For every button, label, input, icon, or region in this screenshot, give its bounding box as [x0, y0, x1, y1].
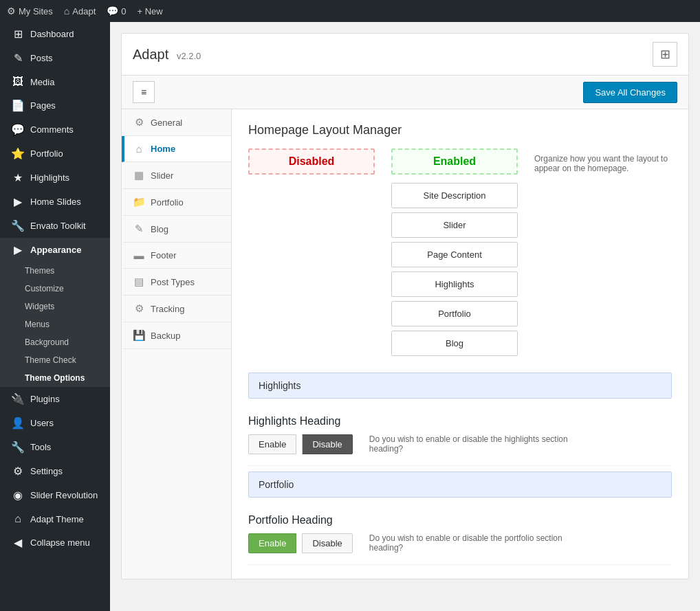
admin-bar-mysites[interactable]: ⚙ My Sites — [7, 5, 53, 16]
envato-icon: 🔧 — [11, 219, 25, 232]
layout-item-portfolio[interactable]: Portfolio — [391, 301, 518, 326]
toolbar-menu-icon[interactable]: ≡ — [133, 81, 155, 103]
wp-icon: ⚙ — [7, 5, 16, 16]
layout-manager: Disabled Enabled Site Description — [248, 148, 672, 356]
admin-bar-new[interactable]: + New — [138, 6, 163, 16]
adapt-title: Adapt — [133, 47, 168, 62]
footer-icon: ▬ — [133, 249, 145, 261]
sidebar-item-envato[interactable]: 🔧 Envato Toolkit — [0, 214, 110, 238]
adapt-content-area: Homepage Layout Manager Disabled Enabled — [232, 109, 688, 579]
users-icon: 👤 — [11, 416, 25, 430]
layout-manager-title: Homepage Layout Manager — [248, 123, 672, 137]
admin-bar-adapt[interactable]: ⌂ Adapt — [64, 5, 96, 16]
sidebar-item-settings[interactable]: ⚙ Settings — [0, 459, 110, 483]
main-content: Adapt v2.2.0 ⊞ ≡ Save All Changes ⚙ Gene… — [110, 22, 700, 611]
portfolio-description: Do you wish to enable or disable the por… — [369, 533, 576, 553]
portfolio-heading-title: Portfolio Heading — [248, 514, 672, 526]
adapt-nav-slider[interactable]: ▦ Slider — [122, 162, 231, 189]
highlights-disable-button[interactable]: Disable — [302, 434, 352, 454]
portfolio-icon: ⭐ — [11, 147, 25, 160]
adapt-nav-general[interactable]: ⚙ General — [122, 109, 231, 136]
highlights-enable-button[interactable]: Enable — [248, 434, 296, 454]
sidebar-item-tools[interactable]: 🔧 Tools — [0, 435, 110, 459]
sidebar-item-adapt-theme[interactable]: ⌂ Adapt Theme — [0, 507, 110, 531]
sidebar-sub-themes[interactable]: Themes — [0, 262, 110, 280]
enabled-header: Enabled — [391, 148, 518, 175]
sidebar-item-pages[interactable]: 📄 Pages — [0, 93, 110, 118]
collapse-icon: ◀ — [11, 536, 25, 549]
portfolio-enable-button[interactable]: Enable — [248, 533, 296, 553]
adapt-theme-icon: ⌂ — [11, 513, 25, 525]
settings-icon: ⚙ — [11, 465, 25, 478]
adapt-nav: ⚙ General ⌂ Home ▦ Slider 📁 Portfolio ✎ — [122, 109, 232, 579]
general-icon: ⚙ — [133, 116, 145, 129]
sidebar-item-collapse[interactable]: ◀ Collapse menu — [0, 531, 110, 555]
adapt-body: ⚙ General ⌂ Home ▦ Slider 📁 Portfolio ✎ — [122, 109, 688, 579]
appearance-submenu: Themes Customize Widgets Menus Backgroun… — [0, 262, 110, 387]
home-nav-icon: ⌂ — [133, 143, 145, 155]
disabled-header: Disabled — [248, 148, 375, 175]
sidebar-item-media[interactable]: 🖼 Media — [0, 70, 110, 93]
slider-rev-icon: ◉ — [11, 489, 25, 502]
layout-item-slider[interactable]: Slider — [391, 212, 518, 238]
sidebar-item-home-slides[interactable]: ▶ Home Slides — [0, 190, 110, 214]
sidebar-sub-theme-options[interactable]: Theme Options — [0, 369, 110, 387]
sidebar-sub-customize[interactable]: Customize — [0, 280, 110, 298]
home-icon: ⌂ — [64, 5, 69, 16]
portfolio-section-bar: Portfolio — [248, 471, 672, 498]
highlights-heading-inner: Enable Disable Do you wish to enable or … — [248, 434, 672, 454]
adapt-nav-portfolio[interactable]: 📁 Portfolio — [122, 189, 231, 216]
sidebar-item-appearance[interactable]: ▶ Appearance — [0, 238, 110, 262]
sidebar-sub-widgets[interactable]: Widgets — [0, 298, 110, 315]
sidebar-menu: ⊞ Dashboard ✎ Posts 🖼 Media 📄 Pages 💬 Co… — [0, 22, 110, 555]
save-all-button[interactable]: Save All Changes — [583, 82, 677, 103]
sidebar-item-highlights[interactable]: ★ Highlights — [0, 166, 110, 190]
sidebar: ⊞ Dashboard ✎ Posts 🖼 Media 📄 Pages 💬 Co… — [0, 22, 110, 611]
adapt-nav-post-types[interactable]: ▤ Post Types — [122, 269, 231, 296]
backup-icon: 💾 — [133, 329, 145, 342]
adapt-nav-blog[interactable]: ✎ Blog — [122, 216, 231, 243]
sidebar-item-dashboard[interactable]: ⊞ Dashboard — [0, 22, 110, 46]
comment-icon: 💬 — [107, 5, 118, 16]
pages-icon: 📄 — [11, 99, 25, 112]
post-types-icon: ▤ — [133, 276, 145, 288]
adapt-nav-footer[interactable]: ▬ Footer — [122, 243, 231, 269]
sidebar-item-plugins[interactable]: 🔌 Plugins — [0, 387, 110, 411]
sidebar-item-comments[interactable]: 💬 Comments — [0, 118, 110, 142]
slides-icon: ▶ — [11, 195, 25, 208]
sidebar-sub-menus[interactable]: Menus — [0, 315, 110, 333]
admin-bar-comments[interactable]: 💬 0 — [107, 5, 126, 16]
portfolio-toggle-group: Enable Disable — [248, 533, 353, 553]
adapt-nav-backup[interactable]: 💾 Backup — [122, 322, 231, 349]
enabled-column: Enabled Site Description Slider Page Con… — [391, 148, 518, 356]
portfolio-heading-inner: Enable Disable Do you wish to enable or … — [248, 533, 672, 553]
sidebar-item-portfolio[interactable]: ⭐ Portfolio — [0, 142, 110, 166]
sidebar-item-slider-rev[interactable]: ◉ Slider Revolution — [0, 483, 110, 507]
media-icon: 🖼 — [11, 76, 25, 88]
adapt-toolbar: ≡ Save All Changes — [122, 76, 688, 109]
highlights-description: Do you wish to enable or disable the hig… — [369, 434, 576, 454]
adapt-nav-tracking[interactable]: ⚙ Tracking — [122, 296, 231, 322]
adapt-panel-icon[interactable]: ⊞ — [653, 42, 677, 67]
highlights-toggle-group: Enable Disable — [248, 434, 353, 454]
slider-icon: ▦ — [133, 169, 145, 181]
adapt-panel: Adapt v2.2.0 ⊞ ≡ Save All Changes ⚙ Gene… — [121, 33, 689, 579]
adapt-nav-home[interactable]: ⌂ Home — [122, 136, 231, 162]
highlights-heading-row: Highlights Heading Enable Disable Do you… — [248, 404, 672, 466]
adapt-header: Adapt v2.2.0 ⊞ — [122, 34, 688, 76]
portfolio-heading-row: Portfolio Heading Enable Disable Do you … — [248, 503, 672, 565]
highlights-heading-title: Highlights Heading — [248, 415, 672, 427]
layout-item-site-description[interactable]: Site Description — [391, 183, 518, 208]
sidebar-sub-theme-check[interactable]: Theme Check — [0, 351, 110, 369]
tracking-icon: ⚙ — [133, 302, 145, 315]
enabled-items: Site Description Slider Page Content Hig… — [391, 183, 518, 356]
sidebar-item-posts[interactable]: ✎ Posts — [0, 46, 110, 70]
layout-item-highlights[interactable]: Highlights — [391, 271, 518, 297]
layout-item-blog[interactable]: Blog — [391, 331, 518, 356]
sidebar-sub-background[interactable]: Background — [0, 333, 110, 351]
admin-bar: ⚙ My Sites ⌂ Adapt 💬 0 + New — [0, 0, 700, 22]
portfolio-disable-button[interactable]: Disable — [302, 533, 352, 553]
tools-icon: 🔧 — [11, 441, 25, 454]
sidebar-item-users[interactable]: 👤 Users — [0, 411, 110, 435]
layout-item-page-content[interactable]: Page Content — [391, 242, 518, 267]
